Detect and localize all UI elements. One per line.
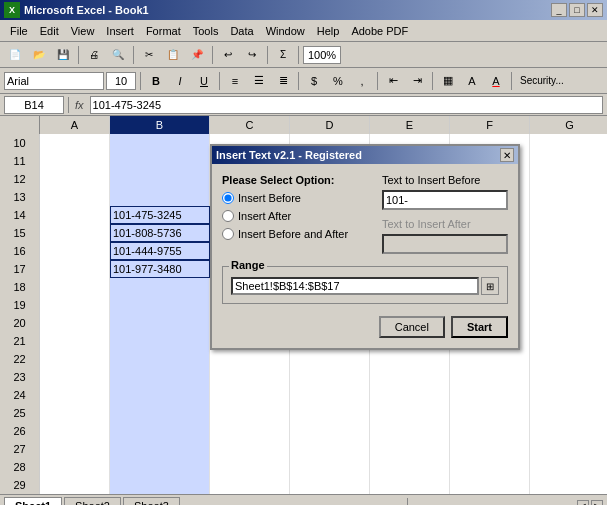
cell-F26[interactable] <box>450 422 530 440</box>
cell-C23[interactable] <box>210 368 290 386</box>
cell-G23[interactable] <box>530 368 607 386</box>
cell-B16[interactable]: 101-444-9755 <box>110 242 210 260</box>
radio-after-input[interactable] <box>222 210 234 222</box>
cell-G20[interactable] <box>530 314 607 332</box>
currency-button[interactable]: $ <box>303 71 325 91</box>
comma-button[interactable]: , <box>351 71 373 91</box>
col-header-E[interactable]: E <box>370 116 450 134</box>
cell-B21[interactable] <box>110 332 210 350</box>
cell-G26[interactable] <box>530 422 607 440</box>
cell-A28[interactable] <box>40 458 110 476</box>
cell-B23[interactable] <box>110 368 210 386</box>
cell-G18[interactable] <box>530 278 607 296</box>
menu-view[interactable]: View <box>65 23 101 39</box>
cell-G15[interactable] <box>530 224 607 242</box>
cell-D22[interactable] <box>290 350 370 368</box>
open-button[interactable]: 📂 <box>28 44 50 66</box>
menu-edit[interactable]: Edit <box>34 23 65 39</box>
text-before-input[interactable] <box>382 190 508 210</box>
cell-D27[interactable] <box>290 440 370 458</box>
cell-F29[interactable] <box>450 476 530 494</box>
cell-D28[interactable] <box>290 458 370 476</box>
cell-B17[interactable]: 101-977-3480 <box>110 260 210 278</box>
print-button[interactable]: 🖨 <box>83 44 105 66</box>
menu-data[interactable]: Data <box>224 23 259 39</box>
minimize-button[interactable]: _ <box>551 3 567 17</box>
cell-A18[interactable] <box>40 278 110 296</box>
cell-F23[interactable] <box>450 368 530 386</box>
cell-F28[interactable] <box>450 458 530 476</box>
cell-B11[interactable] <box>110 152 210 170</box>
cell-A26[interactable] <box>40 422 110 440</box>
cell-A20[interactable] <box>40 314 110 332</box>
cell-A14[interactable] <box>40 206 110 224</box>
cell-E24[interactable] <box>370 386 450 404</box>
radio-before-input[interactable] <box>222 192 234 204</box>
title-bar-buttons[interactable]: _ □ ✕ <box>551 3 603 17</box>
cell-A19[interactable] <box>40 296 110 314</box>
cell-A27[interactable] <box>40 440 110 458</box>
cell-B12[interactable] <box>110 170 210 188</box>
radio-both-input[interactable] <box>222 228 234 240</box>
cell-E25[interactable] <box>370 404 450 422</box>
cell-E27[interactable] <box>370 440 450 458</box>
fill-color-button[interactable]: A <box>461 71 483 91</box>
menu-help[interactable]: Help <box>311 23 346 39</box>
redo-button[interactable]: ↪ <box>241 44 263 66</box>
range-select-button[interactable]: ⊞ <box>481 277 499 295</box>
cell-C27[interactable] <box>210 440 290 458</box>
menu-tools[interactable]: Tools <box>187 23 225 39</box>
cell-F25[interactable] <box>450 404 530 422</box>
font-size-input[interactable] <box>106 72 136 90</box>
cell-B22[interactable] <box>110 350 210 368</box>
cell-F22[interactable] <box>450 350 530 368</box>
align-left-button[interactable]: ≡ <box>224 71 246 91</box>
cell-reference[interactable]: B14 <box>4 96 64 114</box>
autosum-button[interactable]: Σ <box>272 44 294 66</box>
cell-B13[interactable] <box>110 188 210 206</box>
cell-A10[interactable] <box>40 134 110 152</box>
cell-A23[interactable] <box>40 368 110 386</box>
maximize-button[interactable]: □ <box>569 3 585 17</box>
cell-E23[interactable] <box>370 368 450 386</box>
cell-F24[interactable] <box>450 386 530 404</box>
menu-window[interactable]: Window <box>260 23 311 39</box>
cell-A11[interactable] <box>40 152 110 170</box>
cut-button[interactable]: ✂ <box>138 44 160 66</box>
cell-B25[interactable] <box>110 404 210 422</box>
cell-B10[interactable] <box>110 134 210 152</box>
preview-button[interactable]: 🔍 <box>107 44 129 66</box>
cell-G11[interactable] <box>530 152 607 170</box>
copy-button[interactable]: 📋 <box>162 44 184 66</box>
align-center-button[interactable]: ☰ <box>248 71 270 91</box>
cell-G14[interactable] <box>530 206 607 224</box>
text-after-input[interactable] <box>382 234 508 254</box>
cell-G28[interactable] <box>530 458 607 476</box>
cell-G24[interactable] <box>530 386 607 404</box>
cell-A12[interactable] <box>40 170 110 188</box>
borders-button[interactable]: ▦ <box>437 71 459 91</box>
cell-B18[interactable] <box>110 278 210 296</box>
cell-E29[interactable] <box>370 476 450 494</box>
col-header-B[interactable]: B <box>110 116 210 134</box>
cell-A17[interactable] <box>40 260 110 278</box>
col-header-C[interactable]: C <box>210 116 290 134</box>
cell-E26[interactable] <box>370 422 450 440</box>
cell-B20[interactable] <box>110 314 210 332</box>
scroll-left-button[interactable]: ◄ <box>577 500 589 506</box>
cell-G22[interactable] <box>530 350 607 368</box>
cell-C25[interactable] <box>210 404 290 422</box>
cell-G16[interactable] <box>530 242 607 260</box>
cell-G10[interactable] <box>530 134 607 152</box>
bold-button[interactable]: B <box>145 71 167 91</box>
cell-B15[interactable]: 101-808-5736 <box>110 224 210 242</box>
cell-C22[interactable] <box>210 350 290 368</box>
cell-D23[interactable] <box>290 368 370 386</box>
cell-B19[interactable] <box>110 296 210 314</box>
menu-adobe-pdf[interactable]: Adobe PDF <box>345 23 414 39</box>
col-header-G[interactable]: G <box>530 116 607 134</box>
cell-B29[interactable] <box>110 476 210 494</box>
menu-format[interactable]: Format <box>140 23 187 39</box>
cell-D24[interactable] <box>290 386 370 404</box>
cell-B24[interactable] <box>110 386 210 404</box>
